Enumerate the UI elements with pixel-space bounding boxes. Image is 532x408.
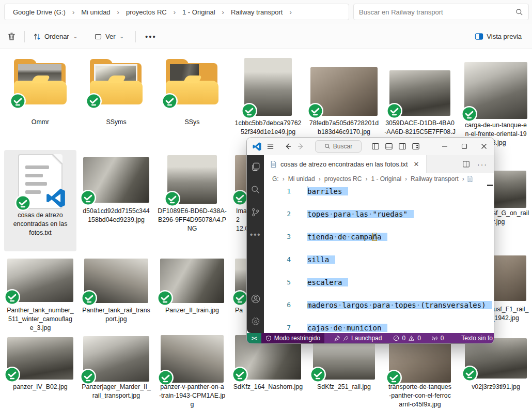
chevron-right-icon[interactable]: › — [114, 8, 123, 16]
settings-gear-icon[interactable] — [247, 310, 264, 333]
chevron-right-icon[interactable]: › — [170, 8, 179, 16]
back-arrow-icon[interactable] — [281, 142, 294, 150]
file-name-line: e_3.jpg — [2, 324, 79, 333]
account-icon[interactable] — [247, 288, 264, 310]
file-name-line: Panther_tank_number_ — [2, 306, 79, 315]
preview-toggle-button[interactable]: Vista previa — [471, 29, 526, 43]
drive-synced-badge — [462, 366, 478, 382]
vscode-titlebar[interactable]: Buscar — [247, 138, 494, 155]
line-number: 6 — [264, 299, 291, 311]
vscode-breadcrumb[interactable]: G:›Mi unidad›proyectos RC›1 - Original›R… — [264, 173, 494, 185]
vscode-breadcrumb-segment[interactable]: G: — [271, 175, 280, 183]
file-name-line: Panzer_II_train.jpg — [153, 306, 231, 315]
chevron-right-icon[interactable]: › — [69, 8, 78, 16]
more-views-icon[interactable]: ••• — [247, 223, 264, 246]
code-line: 6maderos·largos·para·topes·(transversale… — [264, 299, 494, 311]
search-icon[interactable] — [515, 8, 523, 16]
source-control-icon[interactable] — [247, 201, 264, 223]
chevron-right-icon: › — [280, 175, 287, 183]
vscode-breadcrumb-segment[interactable]: 1 - Original — [370, 175, 402, 183]
remote-indicator[interactable]: >< — [247, 333, 261, 343]
menu-icon[interactable] — [263, 143, 277, 150]
chevron-right-icon: › — [363, 175, 370, 183]
file-icon — [467, 175, 473, 183]
search-view-icon[interactable] — [247, 178, 264, 201]
launchpad-item[interactable]: Launchpad — [330, 333, 386, 343]
file-name-line: Panther_tank_rail_trans — [77, 306, 155, 315]
breadcrumb[interactable]: Google Drive (G:)›Mi unidad›proyectos RC… — [4, 4, 349, 20]
tab-cosas-de-atrezo[interactable]: cosas de atrezo encontradas en las fotos… — [264, 155, 427, 173]
chevron-right-icon[interactable]: › — [218, 8, 228, 16]
line-number: 3 — [264, 231, 291, 243]
drive-synced-badge — [461, 106, 477, 122]
file-name-line: SdKfz_251_rail.jpg — [305, 383, 383, 391]
maximize-button[interactable] — [455, 138, 474, 155]
chevron-right-icon[interactable]: › — [286, 8, 295, 16]
forward-arrow-icon[interactable] — [294, 142, 308, 150]
explorer-view-icon[interactable] — [247, 155, 264, 178]
breadcrumb-segment[interactable]: 1 - Original — [179, 6, 218, 18]
sort-button[interactable]: Ordenar ⌄ — [29, 29, 82, 44]
launchpad-label: Launchpad — [351, 335, 382, 342]
view-button[interactable]: Ver ⌄ — [90, 29, 128, 44]
breadcrumb-segment[interactable]: proyectos RC — [123, 6, 170, 18]
code-line: 1barriles — [264, 186, 494, 197]
split-editor-icon[interactable] — [462, 160, 470, 168]
ports-count: 0 — [441, 335, 444, 342]
file-name-label: DF1089E6-BD6D-438A-B296-9FF4D95078A4.PNG — [153, 207, 231, 233]
breadcrumb-segment[interactable]: Railway transport — [228, 6, 286, 18]
file-name-line: Ommr — [2, 118, 79, 127]
code-line: 7cajas·de·municion — [264, 322, 494, 333]
trash-icon — [7, 32, 16, 41]
code-line: 4silla — [264, 254, 494, 265]
file-name-line: -AA6D-8215C5E7FF08.J — [381, 128, 459, 137]
editor-more-actions-icon[interactable]: ··· — [477, 160, 488, 169]
vscode-breadcrumb-segment[interactable]: proyectos RC — [323, 175, 363, 183]
drive-synced-badge — [232, 190, 248, 206]
file-name-line: carga-de-un-tanque-e — [457, 121, 532, 130]
sort-label: Ordenar — [44, 33, 69, 40]
problems-item[interactable]: 0 0 — [389, 333, 425, 343]
vscode-tab-bar: cosas de atrezo encontradas en las fotos… — [264, 155, 494, 173]
tab-title: cosas de atrezo encontradas en las fotos… — [280, 161, 408, 168]
explorer-toolbar: Ordenar ⌄ Ver ⌄ ••• Vista previa — [0, 24, 532, 49]
language-mode-item[interactable]: Texto sin fo — [461, 335, 494, 342]
breadcrumb-segment[interactable]: Google Drive (G:) — [10, 6, 69, 18]
more-options-button[interactable]: ••• — [140, 32, 162, 41]
drive-synced-badge — [232, 367, 248, 383]
drive-synced-badge — [80, 190, 96, 206]
toggle-secondary-sidebar-icon[interactable] — [396, 142, 409, 150]
shield-icon — [265, 335, 272, 342]
file-name-line: 158bd04ed9239.jpg — [77, 216, 155, 224]
vscode-breadcrumb-segment[interactable]: Mi unidad — [287, 175, 316, 183]
search-input[interactable]: Buscar en Railway transport — [353, 4, 529, 20]
breadcrumb-segment[interactable]: Mi unidad — [78, 6, 113, 18]
toggle-panel-icon[interactable] — [382, 142, 396, 150]
vscode-search-box[interactable]: Buscar — [315, 140, 362, 153]
file-name-label: usf_G_on_railar.jpg — [489, 209, 532, 226]
drive-synced-badge — [10, 93, 26, 109]
ports-item[interactable]: 0 — [427, 333, 448, 343]
editor-pane[interactable]: 1barriles2topes·para·las·"ruedas"3tienda… — [264, 185, 494, 333]
vscode-breadcrumb-segment[interactable]: Railway transport — [410, 175, 460, 183]
file-name-line: SSyms — [77, 118, 155, 127]
minimize-button[interactable] — [435, 138, 455, 155]
restricted-mode-badge[interactable]: Modo restringido — [261, 333, 324, 343]
file-name-line: SSys — [153, 118, 231, 127]
file-name-line: B296-9FF4D95078A4.P — [153, 216, 231, 224]
file-name-label: SSys — [153, 118, 231, 127]
delete-button[interactable] — [3, 29, 20, 44]
drive-synced-badge — [164, 191, 180, 207]
toggle-sidebar-icon[interactable] — [369, 142, 382, 150]
drive-synced-badge — [307, 103, 323, 119]
file-name-label: Ommr — [2, 118, 79, 127]
view-label: Ver — [105, 33, 116, 40]
close-button[interactable] — [474, 138, 494, 155]
file-name-line: panzer-v-panther-on-a — [153, 383, 231, 391]
file-name-label: panzer-v-panther-on-a-train-1943-CPM1AE.… — [153, 383, 231, 408]
customize-layout-icon[interactable] — [409, 142, 423, 150]
tab-close-icon[interactable]: ✕ — [411, 159, 421, 169]
file-name-label: v02j3rz93tl91.jpg — [457, 383, 532, 391]
line-number: 5 — [264, 277, 291, 288]
chevron-down-icon: ⌄ — [73, 34, 77, 39]
